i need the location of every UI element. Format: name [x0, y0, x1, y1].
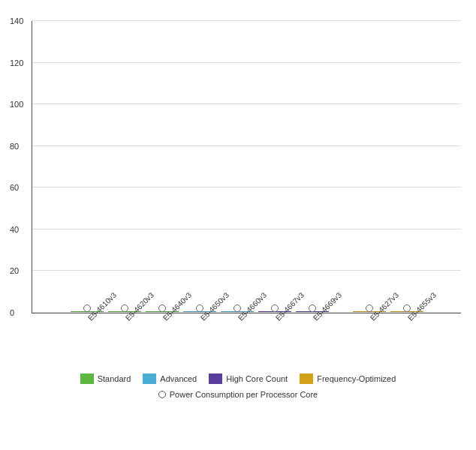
y-tick-label: 120 — [10, 59, 23, 68]
y-gridline — [32, 62, 461, 63]
x-labels-row: E5-4610v3E5-4620v3E5-4640v3E5-4650v3E5-4… — [32, 314, 461, 366]
chart-container: 020406080100120140 E5-4610v3E5-4620v3E5-… — [0, 0, 476, 450]
x-label-cell: E5-4655v3 — [390, 314, 423, 366]
x-label-cell: E5-4650v3 — [182, 314, 215, 366]
core-dot-E5-4640v3 — [158, 304, 166, 312]
x-label-cell: E5-4627v3 — [352, 314, 385, 366]
y-tick-label: 140 — [10, 17, 23, 26]
y-tick-label: 40 — [10, 226, 19, 234]
y-gridline — [32, 270, 461, 271]
y-gridline — [32, 20, 461, 21]
legend: StandardAdvancedHigh Core CountFrequency… — [15, 369, 461, 400]
y-gridline — [32, 146, 461, 146]
core-dot-E5-4660v3 — [233, 304, 241, 312]
x-label-cell: E5-4660v3 — [220, 314, 253, 366]
legend-label: Power Consumption per Processor Core — [170, 390, 318, 399]
x-label-cell: E5-4640v3 — [145, 314, 178, 366]
y-gridline — [32, 229, 461, 230]
core-dot-E5-4620v3 — [121, 304, 128, 312]
y-tick-label: 0 — [10, 309, 14, 317]
core-dot-E5-4610v3 — [83, 304, 91, 312]
core-dot-E5-4627v3 — [366, 304, 373, 312]
legend-label: Advanced — [160, 374, 197, 383]
legend-dot — [158, 391, 166, 398]
y-axis-label — [15, 21, 32, 366]
spacer — [333, 314, 348, 366]
legend-item: Standard — [80, 374, 131, 384]
y-tick-label: 60 — [10, 184, 19, 192]
legend-item: Power Consumption per Processor Core — [158, 390, 318, 399]
core-dot-E5-4655v3 — [403, 304, 411, 312]
plot-area: 020406080100120140 — [32, 21, 461, 314]
x-label-cell: E5-4620v3 — [107, 314, 140, 366]
legend-swatch — [143, 374, 156, 384]
x-label-cell: E5-4667v3 — [258, 314, 291, 366]
y-gridline — [32, 187, 461, 188]
legend-item: High Core Count — [209, 374, 288, 384]
x-label-cell: E5-4610v3 — [70, 314, 103, 366]
chart-inner: 020406080100120140 E5-4610v3E5-4620v3E5-… — [32, 21, 461, 366]
legend-label: Frequency-Optimized — [317, 374, 396, 383]
chart-area: 020406080100120140 E5-4610v3E5-4620v3E5-… — [15, 21, 461, 366]
y-tick-label: 100 — [10, 100, 23, 109]
legend-swatch — [80, 374, 94, 384]
legend-swatch — [300, 374, 313, 384]
y-tick-label: 80 — [10, 142, 19, 151]
y-tick-label: 20 — [10, 267, 19, 275]
core-dot-E5-4650v3 — [196, 304, 203, 312]
legend-item: Frequency-Optimized — [300, 374, 396, 384]
x-label-cell: E5-4669v3 — [295, 314, 328, 366]
legend-swatch — [209, 374, 222, 384]
bars-container — [32, 21, 461, 313]
y-gridline — [32, 104, 461, 104]
core-dot-E5-4667v3 — [271, 304, 279, 312]
legend-item: Advanced — [143, 374, 197, 384]
legend-label: Standard — [98, 374, 131, 383]
core-dot-E5-4669v3 — [309, 304, 316, 312]
legend-label: High Core Count — [226, 374, 288, 383]
